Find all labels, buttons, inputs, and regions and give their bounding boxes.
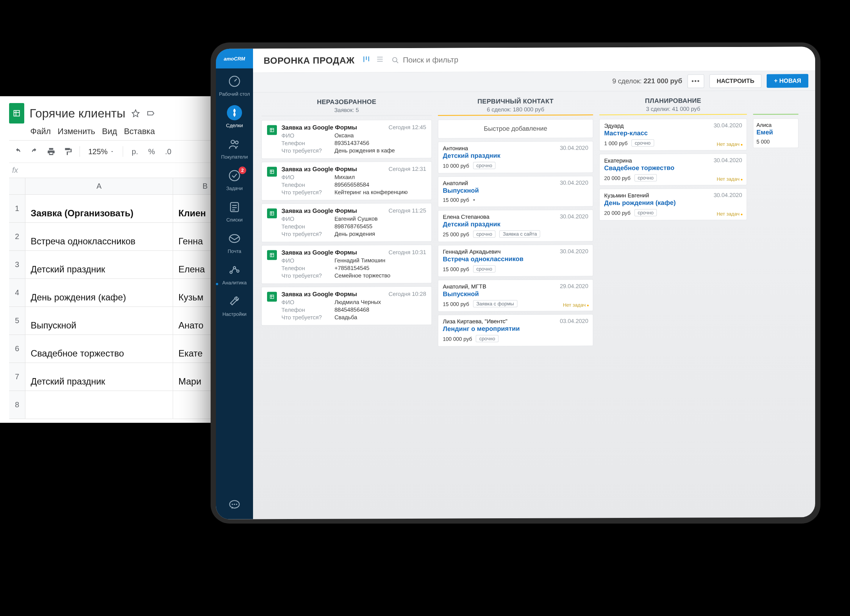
row-header[interactable]: 1	[9, 195, 25, 223]
mail-icon	[227, 231, 242, 246]
deal-card[interactable]: Екатерина30.04.2020 Свадебное торжество …	[599, 153, 747, 186]
kanban-col-sub	[753, 105, 798, 111]
formula-bar[interactable]: fx	[9, 163, 242, 178]
nav-lists[interactable]: Списки	[216, 194, 253, 225]
row-header[interactable]: 8	[9, 391, 25, 419]
nav-chat[interactable]	[228, 492, 241, 519]
quick-add[interactable]: Быстрое добавление	[438, 119, 593, 138]
deal-card[interactable]: Лиза Киртаева, "Ивентс"03.04.2020 Лендин…	[438, 314, 593, 346]
deal-card[interactable]: Елена Степанова30.04.2020 Детский праздн…	[438, 210, 593, 242]
menu-insert[interactable]: Вставка	[124, 127, 155, 136]
sheets-doc-title[interactable]: Горячие клиенты	[30, 106, 125, 120]
undo-icon[interactable]	[11, 145, 25, 158]
deal-card[interactable]: Антонина30.04.2020 Детский праздник 10 0…	[438, 141, 593, 173]
percent-button[interactable]: %	[144, 145, 159, 158]
nav-mail[interactable]: Почта	[216, 225, 253, 257]
deal-card[interactable]: Кузьмин Евгений30.04.2020 День рождения …	[599, 188, 747, 220]
sheets-logo-icon	[9, 103, 24, 124]
deal-contact: Антонина	[443, 145, 468, 151]
row-header[interactable]: 6	[9, 335, 25, 363]
menu-edit[interactable]: Изменить	[58, 127, 95, 136]
move-icon[interactable]	[146, 108, 156, 118]
deal-tag: срочно	[473, 230, 496, 238]
search-icon	[392, 56, 399, 64]
lead-what: Свадьба	[334, 314, 357, 320]
zoom-select[interactable]: 125%	[84, 147, 118, 156]
nav-analytics[interactable]: Аналитика	[216, 257, 253, 288]
deal-card[interactable]: Анатолий30.04.2020 Выпускной 15 000 руб	[438, 176, 593, 207]
search-input[interactable]	[403, 54, 810, 64]
cell[interactable]: Встреча одноклассников	[25, 223, 173, 251]
svg-point-1	[231, 140, 234, 144]
deal-card[interactable]: Эдуард30.04.2020 Мастер-класс 1 000 рубс…	[599, 119, 747, 151]
row-header[interactable]: 2	[9, 223, 25, 251]
sheet-grid: 1 2 3 4 5 6 7 8 A Заявка (Организовать) …	[9, 178, 242, 419]
currency-button[interactable]: р.	[128, 145, 142, 158]
deal-name: Детский праздник	[443, 220, 588, 228]
deal-name: Свадебное торжество	[604, 164, 742, 172]
lead-fio: Оксана	[334, 132, 354, 138]
deal-date: 30.04.2020	[560, 213, 588, 219]
deal-price: 15 000 руб	[443, 301, 469, 307]
row-header[interactable]: 5	[9, 307, 25, 335]
row-header[interactable]: 3	[9, 251, 25, 279]
deal-tag: Заявка с формы	[473, 300, 517, 307]
nav-tasks[interactable]: 2 Задачи	[216, 163, 253, 194]
lead-card[interactable]: Заявка из Google ФормыСегодня 12:31 ФИОМ…	[261, 161, 432, 201]
sheets-toolbar: 125% р. % .0	[9, 140, 242, 163]
kanban-view-icon[interactable]	[362, 55, 370, 65]
svg-point-11	[234, 504, 234, 504]
decimal-button[interactable]: .0	[161, 145, 175, 158]
nav-label: Списки	[226, 217, 242, 223]
cell[interactable]: Заявка (Организовать)	[25, 195, 173, 223]
row-header[interactable]: 4	[9, 279, 25, 307]
lead-card[interactable]: Заявка из Google ФормыСегодня 11:25 ФИОЕ…	[261, 203, 432, 242]
deal-price: 1 000 руб	[604, 140, 628, 146]
print-icon[interactable]	[44, 145, 58, 158]
search-field[interactable]	[392, 54, 810, 64]
no-tasks-label: Нет задач	[717, 211, 743, 217]
cell[interactable]: Детский праздник	[25, 251, 173, 279]
cell[interactable]: Свадебное торжество	[25, 335, 173, 363]
deal-name: Выпускной	[443, 186, 588, 194]
deal-card[interactable]: Алиса Емей 5 000	[753, 118, 798, 148]
row-header[interactable]: 7	[9, 363, 25, 391]
col-header-a[interactable]: A	[25, 178, 173, 195]
lead-title: Заявка из Google Формы	[281, 249, 357, 256]
lead-card[interactable]: Заявка из Google ФормыСегодня 10:28 ФИОЛ…	[261, 286, 432, 326]
cell[interactable]: Детский праздник	[25, 363, 173, 391]
kanban-col-header: НЕРАЗОБРАННОЕ Заявок: 5	[261, 97, 432, 120]
new-deal-button[interactable]: + НОВАЯ	[767, 74, 808, 88]
nav-buyers[interactable]: Покупатели	[216, 131, 253, 163]
cell[interactable]: День рождения (кафе)	[25, 279, 173, 307]
page-title: ВОРОНКА ПРОДАЖ	[264, 55, 355, 66]
corner-cell[interactable]	[9, 178, 25, 195]
crm-logo[interactable]: amoCRM	[216, 48, 253, 68]
deal-price: 20 000 руб	[604, 175, 631, 181]
configure-button[interactable]: НАСТРОИТЬ	[709, 74, 761, 88]
lead-card[interactable]: Заявка из Google ФормыСегодня 10:31 ФИОГ…	[261, 245, 432, 284]
nav-deals[interactable]: Сделки	[216, 100, 253, 131]
deal-card[interactable]: Геннадий Аркадьевич30.04.2020 Встреча од…	[438, 244, 593, 277]
kanban-col-header	[753, 95, 798, 118]
svg-point-5	[230, 235, 240, 242]
cell[interactable]: Выпускной	[25, 307, 173, 335]
lead-card[interactable]: Заявка из Google ФормыСегодня 12:45 ФИОО…	[261, 120, 432, 159]
deal-contact: Алиса	[756, 122, 772, 128]
svg-point-12	[236, 504, 237, 504]
deal-tag: срочно	[634, 174, 657, 181]
kanban-col-header: ПЛАНИРОВАНИЕ 3 сделки: 41 000 руб	[599, 95, 747, 119]
list-view-icon[interactable]	[376, 55, 384, 65]
nav-settings[interactable]: Настройки	[216, 288, 253, 320]
paint-format-icon[interactable]	[61, 145, 75, 158]
more-button[interactable]: •••	[688, 74, 704, 88]
menu-view[interactable]: Вид	[102, 127, 117, 136]
kanban-board: НЕРАЗОБРАННОЕ Заявок: 5 Заявка из Google…	[253, 91, 815, 519]
cell[interactable]	[25, 391, 173, 419]
star-icon[interactable]	[131, 108, 141, 118]
redo-icon[interactable]	[27, 145, 42, 158]
nav-desktop[interactable]: Рабочий стол	[216, 68, 253, 100]
deal-card[interactable]: Анатолий, МГТВ29.04.2020 Выпускной 15 00…	[438, 279, 593, 311]
menu-file[interactable]: Файл	[30, 127, 51, 136]
deal-contact: Екатерина	[604, 157, 632, 164]
